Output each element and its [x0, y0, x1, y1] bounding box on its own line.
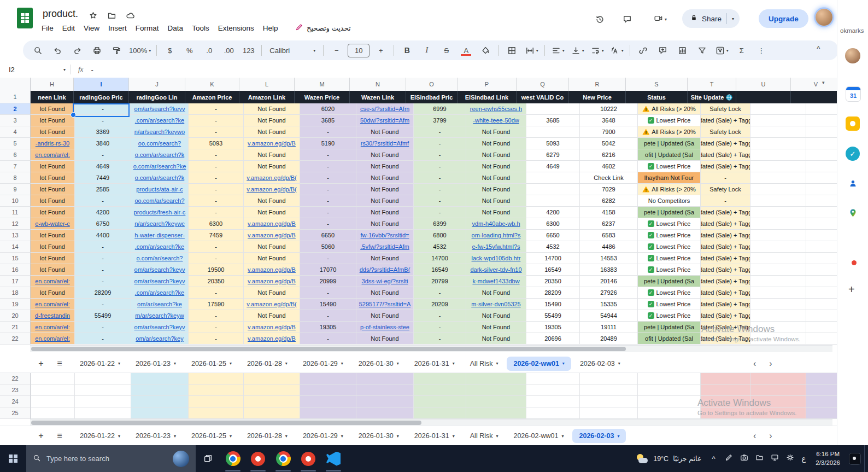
- insert-link-button[interactable]: [634, 43, 653, 58]
- cell2-H22[interactable]: [31, 373, 75, 384]
- row-header-16[interactable]: 16: [0, 264, 31, 276]
- cell-L10[interactable]: Not Found: [244, 195, 300, 207]
- text-wrapping-button[interactable]: ▾: [588, 43, 607, 58]
- column-header-N[interactable]: N: [350, 78, 406, 91]
- cell-U11[interactable]: [750, 207, 806, 218]
- cell-S20[interactable]: ✓Lowest Price: [638, 310, 701, 322]
- undo-button[interactable]: [48, 43, 67, 58]
- cell2-I24[interactable]: [75, 396, 131, 407]
- decrease-font-size-button[interactable]: −: [327, 43, 346, 58]
- cell-R2[interactable]: 10222: [580, 103, 638, 115]
- star-icon[interactable]: [89, 11, 98, 21]
- cell-R5[interactable]: 5042: [580, 138, 638, 149]
- sheet-tab-2026-01-23-lower[interactable]: 2026-01-23▾: [129, 429, 183, 443]
- cell-U8[interactable]: [750, 172, 806, 184]
- cell-I19[interactable]: -: [75, 299, 131, 310]
- cell-Q3[interactable]: 3685: [526, 115, 580, 126]
- cell-O10[interactable]: -: [414, 195, 466, 207]
- header-cell-I[interactable]: radingGoo Pric: [74, 91, 129, 103]
- cell-L20[interactable]: Not Found: [244, 310, 300, 322]
- sheet-tab-2026-01-30-upper[interactable]: 2026-01-30▾: [352, 357, 406, 371]
- cell-U12[interactable]: [750, 218, 806, 230]
- header-cell-S[interactable]: Status: [626, 91, 688, 103]
- cell-I10[interactable]: -: [75, 195, 131, 207]
- add-sheet-button[interactable]: +: [32, 359, 50, 369]
- cell-M17[interactable]: 20999: [300, 276, 356, 287]
- cell-I22[interactable]: -: [75, 333, 131, 345]
- row-header-2[interactable]: 2: [0, 103, 31, 115]
- move-folder-icon[interactable]: [107, 11, 117, 21]
- cell-O21[interactable]: -: [414, 322, 466, 333]
- row-header-6[interactable]: 6: [0, 149, 31, 161]
- cell-Q5[interactable]: 5093: [526, 138, 580, 149]
- decrease-decimals-button[interactable]: .0: [200, 43, 219, 58]
- row-header-20[interactable]: 20: [0, 310, 31, 322]
- cell-I4[interactable]: 3369: [75, 126, 131, 138]
- cell-Q8[interactable]: [526, 172, 580, 184]
- cell-O12[interactable]: 6399: [414, 218, 466, 230]
- cell-Q18[interactable]: 28209: [526, 287, 580, 299]
- cell-Q19[interactable]: 15490: [526, 299, 580, 310]
- sheet-tab-2026-01-29-lower[interactable]: 2026-01-29▾: [296, 429, 350, 443]
- sheet-tab-2026-01-23-upper[interactable]: 2026-01-23▾: [129, 357, 183, 371]
- row-header-1[interactable]: 1: [0, 91, 31, 103]
- cell-T22[interactable]: dated (Sale) + Tagg: [701, 333, 750, 345]
- functions-button[interactable]: Σ: [732, 43, 751, 58]
- cell-K12[interactable]: 6300: [189, 218, 244, 230]
- insert-chart-button[interactable]: [673, 43, 692, 58]
- cell-K3[interactable]: -: [189, 115, 244, 126]
- cell-O15[interactable]: 14700: [414, 253, 466, 264]
- vscode-taskbar-icon[interactable]: [321, 445, 346, 472]
- row-header-10[interactable]: 10: [0, 195, 31, 207]
- cell-T18[interactable]: dated (Sale) + Tagg: [701, 287, 750, 299]
- cell-L12[interactable]: v.amazon.eg/dp/B: [244, 218, 300, 230]
- cell-N7[interactable]: Not Found: [356, 161, 414, 172]
- show-hidden-icons-button[interactable]: ^: [706, 445, 720, 472]
- column-header-R[interactable]: R: [569, 78, 626, 91]
- sheet-tab-2026-01-22-upper[interactable]: 2026-01-22▾: [73, 357, 127, 371]
- header-cell-K[interactable]: Amazon Price: [185, 91, 239, 103]
- cell-Q22[interactable]: 20696: [526, 333, 580, 345]
- sheet-tab-All Risk-lower[interactable]: All Risk▾: [464, 429, 505, 443]
- sheet-tab-2026-01-25-lower[interactable]: 2026-01-25▾: [185, 429, 238, 443]
- cell-S19[interactable]: ✓Lowest Price: [638, 299, 701, 310]
- row-header-22-lower[interactable]: 22: [0, 373, 31, 384]
- row-header-7[interactable]: 7: [0, 161, 31, 172]
- tab-scroll-right[interactable]: ›: [769, 431, 772, 441]
- column-header-Q[interactable]: Q: [517, 78, 569, 91]
- menu-format[interactable]: Format: [131, 22, 163, 34]
- cell-K6[interactable]: -: [189, 149, 244, 161]
- cell-U21[interactable]: [750, 322, 806, 333]
- cell-H17[interactable]: en.com/ar/el:: [31, 276, 75, 287]
- sheet-tab-2026-01-28-lower[interactable]: 2026-01-28▾: [241, 429, 294, 443]
- cell-O2[interactable]: 6999: [414, 103, 466, 115]
- header-cell-H[interactable]: neen Link: [31, 91, 74, 103]
- cell-H5[interactable]: -andris-rs-30: [31, 138, 75, 149]
- cell2-Q25[interactable]: [526, 407, 580, 419]
- cell-L9[interactable]: v.amazon.eg/dp/B(: [244, 184, 300, 195]
- cell-R16[interactable]: 16383: [580, 264, 638, 276]
- cell2-K23[interactable]: [189, 384, 244, 396]
- cell-R17[interactable]: 20146: [580, 276, 638, 287]
- cell2-O23[interactable]: [414, 384, 466, 396]
- row-header-12[interactable]: 12: [0, 218, 31, 230]
- cell-H10[interactable]: lot Found: [31, 195, 75, 207]
- cell-J10[interactable]: oo.com/ar/search?: [131, 195, 189, 207]
- cell-R7[interactable]: 4602: [580, 161, 638, 172]
- cell-I20[interactable]: 55499: [75, 310, 131, 322]
- cell2-H25[interactable]: [31, 407, 75, 419]
- cell-M16[interactable]: 17070: [300, 264, 356, 276]
- start-button[interactable]: [0, 445, 26, 472]
- font-size-button[interactable]: 10: [348, 44, 370, 57]
- cell-T16[interactable]: dated (Sale) + Tagg: [701, 264, 750, 276]
- header-cell-J[interactable]: radingGoo Lin: [129, 91, 185, 103]
- cell-N9[interactable]: Not Found: [356, 184, 414, 195]
- cell-N6[interactable]: Not Found: [356, 149, 414, 161]
- cell-M18[interactable]: -: [300, 287, 356, 299]
- cell-S5[interactable]: pete | Updated (Sa: [638, 138, 701, 149]
- cell-L18[interactable]: Not Found: [244, 287, 300, 299]
- cell-T13[interactable]: dated (Sale) + Tagg: [701, 230, 750, 241]
- cell-T11[interactable]: dated (Sale) + Tagg: [701, 207, 750, 218]
- cell-R22[interactable]: 20489: [580, 333, 638, 345]
- cell-S2[interactable]: !All Risks (> 20%: [638, 103, 701, 115]
